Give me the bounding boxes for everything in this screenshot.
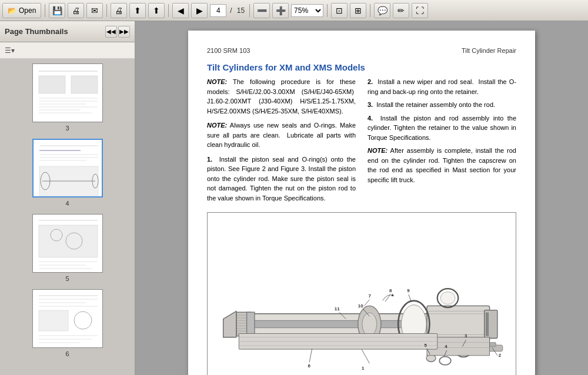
thumbnail-preview (33, 215, 103, 273)
email-button[interactable]: ✉ (86, 3, 103, 18)
thumbnail-preview (33, 290, 103, 348)
svg-text:9: 9 (407, 288, 410, 293)
thumbnail-label: 6 (65, 350, 69, 357)
prev-page-button[interactable]: ⬆ (148, 3, 165, 18)
svg-text:5: 5 (425, 343, 427, 348)
thumbnail-area[interactable]: 3 (0, 59, 135, 375)
col-left: NOTE: The following procedure is for the… (207, 77, 356, 206)
step1: 1. Install the piston seal and O-ring(s)… (207, 155, 356, 203)
note-right: NOTE: After assembly is complete, instal… (368, 146, 516, 185)
svg-text:3: 3 (465, 333, 467, 339)
sidebar-title: Page Thumbnails (5, 27, 68, 36)
main-area: Page Thumbnails ◀◀ ▶▶ ☰▾ (0, 21, 588, 375)
thumbnail-preview (34, 140, 103, 197)
svg-rect-2 (39, 76, 65, 93)
document-page: 2100 SRM 103 Tilt Cylinder Repair Tilt C… (188, 31, 535, 375)
sep3 (168, 4, 169, 17)
svg-rect-22 (39, 225, 98, 257)
thumbnail-frame (32, 214, 103, 273)
sidebar-header: Page Thumbnails ◀◀ ▶▶ (0, 21, 135, 42)
thumbnail-item[interactable]: 6 (2, 289, 132, 357)
content-area[interactable]: 2100 SRM 103 Tilt Cylinder Repair Tilt C… (135, 21, 588, 375)
navigate-down-button[interactable]: ⬆ (129, 3, 146, 18)
navigate-up-button[interactable]: 🖨 (111, 3, 127, 18)
zoom-in-button[interactable]: ➕ (272, 3, 289, 18)
sidebar-nav-back[interactable]: ◀◀ (105, 26, 117, 38)
svg-text:7: 7 (369, 293, 372, 299)
doc-header-left: 2100 SRM 103 (207, 47, 250, 54)
thumbnail-item[interactable]: 4 (2, 139, 132, 207)
svg-rect-64 (490, 343, 496, 347)
comment-button[interactable]: 💬 (374, 3, 390, 18)
folder-icon: 📂 (8, 6, 16, 15)
sidebar-toolbar: ☰▾ (0, 42, 135, 59)
svg-rect-62 (486, 313, 488, 336)
page-separator: / (229, 6, 233, 15)
doc-body: NOTE: The following procedure is for the… (207, 77, 516, 206)
step2: 2. Install a new wiper and rod seal. Ins… (368, 77, 516, 96)
note2: NOTE: Always use new seals and O-rings. … (207, 120, 356, 150)
svg-text:6: 6 (308, 363, 311, 369)
fit-page-button[interactable]: ⊞ (350, 3, 366, 18)
fit-width-button[interactable]: ⊡ (331, 3, 348, 18)
thumbnail-item[interactable]: 3 (2, 63, 132, 132)
zoom-out-button[interactable]: ➖ (253, 3, 270, 18)
svg-text:10: 10 (358, 303, 363, 309)
thumbnail-frame-selected (32, 139, 103, 197)
diagram-svg: HM230002 (208, 213, 516, 375)
sep5 (327, 4, 328, 17)
sidebar-sort-icon[interactable]: ☰▾ (4, 45, 15, 56)
open-button[interactable]: 📂 Open (2, 3, 41, 18)
svg-text:2: 2 (499, 353, 502, 358)
sidebar: Page Thumbnails ◀◀ ▶▶ ☰▾ (0, 21, 135, 375)
thumbnail-label: 4 (65, 200, 69, 207)
note1-label: NOTE: (207, 78, 227, 85)
page-input[interactable]: 4 (210, 4, 226, 17)
page-back-button[interactable]: ◀ (172, 3, 189, 18)
note-right-label: NOTE: (368, 147, 387, 154)
svg-text:1: 1 (362, 366, 365, 371)
thumbnail-frame (32, 289, 103, 348)
sep6 (370, 4, 370, 17)
thumbnail-label: 3 (65, 125, 69, 132)
col-right: 2. Install a new wiper and rod seal. Ins… (368, 77, 516, 206)
note1: NOTE: The following procedure is for the… (207, 77, 356, 116)
open-label: Open (19, 6, 36, 15)
sep2 (106, 4, 107, 17)
svg-text:8: 8 (389, 288, 392, 293)
diagram-container: HM230002 (207, 212, 516, 375)
sep4 (249, 4, 250, 17)
print-button[interactable]: 🖨 (68, 3, 84, 18)
svg-text:4: 4 (445, 344, 447, 349)
note2-label: NOTE: (207, 122, 227, 129)
toolbar: 📂 Open 💾 🖨 ✉ 🖨 ⬆ ⬆ ◀ ▶ 4 / 15 ➖ ➕ 50% 75… (0, 0, 588, 21)
svg-rect-54 (252, 320, 413, 327)
step4: 4. Install the piston and rod assembly i… (368, 113, 516, 143)
svg-rect-3 (71, 76, 98, 93)
page-fwd-button[interactable]: ▶ (191, 3, 208, 18)
save-button[interactable]: 💾 (49, 3, 65, 18)
page-total: 15 (236, 6, 246, 15)
thumbnail-frame (32, 63, 103, 122)
expand-button[interactable]: ⛶ (412, 3, 428, 18)
sidebar-nav-fwd[interactable]: ▶▶ (118, 26, 130, 38)
thumbnail-preview (33, 64, 103, 122)
zoom-select[interactable]: 50% 75% 100% 125% 150% 200% (291, 4, 323, 17)
sidebar-nav: ◀◀ ▶▶ (105, 26, 130, 38)
svg-point-60 (440, 292, 455, 304)
doc-title: Tilt Cylinders for XM and XMS Models (207, 62, 516, 72)
sort-icon: ☰▾ (5, 46, 15, 55)
thumbnail-label: 5 (65, 275, 69, 282)
doc-header: 2100 SRM 103 Tilt Cylinder Repair (207, 47, 516, 54)
thumbnail-item[interactable]: 5 (2, 214, 132, 282)
svg-rect-70 (247, 312, 255, 336)
doc-header-right: Tilt Cylinder Repair (462, 47, 516, 54)
svg-rect-33 (39, 310, 68, 331)
markup-button[interactable]: ✏ (393, 3, 409, 18)
sep1 (45, 4, 45, 17)
svg-text:11: 11 (335, 306, 340, 312)
step3: 3. Install the retainer assembly onto th… (368, 100, 516, 110)
